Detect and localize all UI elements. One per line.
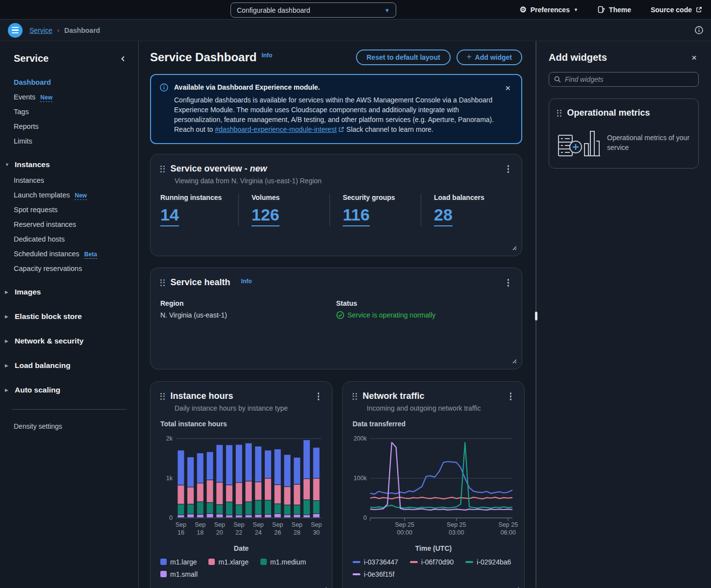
sidebar-section-auto-scaling[interactable]: ▶Auto scaling (14, 382, 127, 398)
drag-handle-icon[interactable] (160, 393, 165, 400)
stat-label: Volumes (252, 194, 330, 201)
sidebar-section-elastic-block-store[interactable]: ▶Elastic block store (14, 308, 127, 325)
sidebar-item-instances[interactable]: Instances (14, 173, 127, 188)
sidebar-item-label: Dedicated hosts (14, 235, 65, 243)
page-info-link[interactable]: Info (261, 52, 272, 59)
sidebar-item-density-settings[interactable]: Density settings (14, 422, 127, 430)
top-bar: Configurable dashboard ▼ ⚙ Preferences ▼… (0, 0, 711, 20)
external-link-icon (696, 6, 702, 13)
health-info-link[interactable]: Info (241, 278, 252, 285)
sidebar-item-spot-requests[interactable]: Spot requests (14, 202, 127, 217)
add-widgets-panel: Add widgets × Operational metrics (536, 41, 711, 588)
close-panel-button[interactable]: × (689, 52, 699, 63)
sidebar-item-launch-templates[interactable]: Launch templatesNew (14, 188, 127, 202)
sidebar-item-limits[interactable]: Limits (14, 134, 127, 148)
caret-right-icon: ▶ (5, 363, 10, 368)
sidebar-item-reserved-instances[interactable]: Reserved instances (14, 217, 127, 232)
legend-label: i-0e36f15f (364, 570, 394, 578)
gear-icon: ⚙ (519, 6, 526, 14)
breadcrumb: Service › Dashboard (0, 20, 711, 41)
new-badge: New (40, 94, 52, 102)
chevron-down-icon: ▼ (384, 7, 390, 13)
sidebar-item-dashboard[interactable]: Dashboard (14, 75, 127, 90)
widget-menu-button[interactable] (505, 163, 512, 175)
resize-handle-icon[interactable] (513, 585, 519, 588)
sidebar-section-load-balancing[interactable]: ▶Load balancing (14, 357, 127, 374)
drag-handle-icon[interactable] (160, 279, 165, 286)
collapse-sidebar-button[interactable] (120, 55, 127, 62)
chevron-down-icon: ▼ (574, 7, 578, 12)
widget-title: Service health (171, 277, 230, 288)
widget-title: Network traffic (363, 391, 425, 401)
sidebar-divider (12, 409, 127, 410)
legend-marker (260, 559, 267, 565)
sidebar-section-network-security[interactable]: ▶Network & security (14, 333, 127, 349)
stat-value-link[interactable]: 126 (252, 206, 279, 226)
widget-title: Instance hours (171, 391, 233, 401)
widget-menu-button[interactable] (507, 391, 515, 402)
side-nav-items: DashboardEventsNewTagsReportsLimits▼Inst… (14, 75, 127, 398)
resize-handle-icon[interactable] (510, 244, 517, 252)
legend-item-m1-medium[interactable]: m1.medium (260, 558, 306, 566)
legend-item-i-02924ba6[interactable]: i-02924ba6 (465, 558, 511, 566)
legend-item-i-06f70d90[interactable]: i-06f70d90 (410, 558, 454, 566)
sidebar-item-label: Instances (14, 176, 44, 184)
instance-hours-widget: Instance hours Daily instance hours by i… (150, 381, 332, 588)
stat-value-link[interactable]: 28 (434, 206, 453, 226)
beta-badge: Beta (84, 251, 97, 259)
preferences-button[interactable]: ⚙ Preferences ▼ (519, 6, 578, 14)
drag-handle-icon[interactable] (557, 110, 561, 117)
search-input[interactable] (565, 75, 693, 83)
breadcrumb-service-link[interactable]: Service (29, 26, 52, 34)
widget-menu-button[interactable] (315, 391, 323, 402)
svg-text:Sep 2506:00: Sep 2506:00 (498, 521, 518, 536)
source-code-label: Source code (651, 6, 692, 14)
resize-handle-icon[interactable] (510, 357, 517, 365)
widget-title: Service overview - new (171, 164, 267, 174)
operational-metrics-widget-card[interactable]: Operational metrics Operational metrics … (549, 98, 699, 169)
sidebar-section-label: Auto scaling (15, 386, 60, 394)
sidebar-item-scheduled-instances[interactable]: Scheduled instancesBeta (14, 246, 127, 261)
network-traffic-line-chart[interactable]: 0100k200kSep 2500:00Sep 2503:00Sep 2506:… (353, 432, 514, 543)
sidebar-item-events[interactable]: EventsNew (14, 90, 127, 104)
sidebar-item-label: Scheduled instances (14, 250, 79, 258)
source-code-link[interactable]: Source code (651, 6, 702, 14)
legend-label: i-06f70d90 (421, 558, 454, 566)
add-widget-button[interactable]: + Add widget (457, 49, 522, 65)
sidebar-item-label: Reports (14, 122, 39, 130)
legend-item-i-03736447[interactable]: i-03736447 (353, 558, 398, 566)
sidebar-item-dedicated-hosts[interactable]: Dedicated hosts (14, 232, 127, 246)
widget-menu-button[interactable] (505, 277, 512, 289)
menu-button[interactable] (8, 23, 23, 38)
dismiss-flashbar-button[interactable]: × (503, 82, 512, 94)
legend-item-m1-small[interactable]: m1.small (160, 570, 198, 578)
stat-value-link[interactable]: 116 (343, 206, 370, 226)
panel-resize-handle[interactable] (535, 312, 537, 320)
legend-label: i-02924ba6 (477, 558, 511, 566)
sidebar-item-label: Dashboard (14, 78, 51, 86)
instance-hours-bar-chart[interactable]: 01k2kSep16Sep18Sep20Sep22Sep24Sep26Sep28… (160, 432, 322, 543)
sidebar-section-instances[interactable]: ▼Instances (14, 156, 127, 173)
search-icon (554, 76, 561, 83)
reset-layout-button[interactable]: Reset to default layout (356, 49, 450, 65)
stat-value-link[interactable]: 14 (160, 206, 179, 226)
sidebar-item-capacity-reservations[interactable]: Capacity reservations (14, 261, 127, 276)
info-icon-button[interactable] (695, 26, 703, 34)
theme-button[interactable]: Theme (598, 6, 631, 14)
stat-security-groups: Security groups116 (330, 194, 421, 226)
drag-handle-icon[interactable] (160, 166, 165, 172)
svg-text:Sep 2500:00: Sep 2500:00 (395, 521, 414, 536)
status-label: Status (336, 299, 512, 307)
sidebar-item-reports[interactable]: Reports (14, 119, 127, 134)
resize-handle-icon[interactable] (321, 585, 327, 588)
legend-item-i-0e36f15f[interactable]: i-0e36f15f (353, 570, 394, 578)
dashboard-select[interactable]: Configurable dashboard ▼ (230, 2, 396, 18)
service-overview-widget: Service overview - new Viewing data from… (150, 154, 522, 256)
legend-item-m1-large[interactable]: m1.large (160, 558, 197, 566)
sidebar-item-tags[interactable]: Tags (14, 104, 127, 119)
legend-label: m1.large (170, 558, 197, 566)
sidebar-section-images[interactable]: ▶Images (14, 284, 127, 300)
legend-item-m1-xlarge[interactable]: m1.xlarge (208, 558, 248, 566)
slack-channel-link[interactable]: #dashboard-experience-module-interest (215, 125, 336, 133)
drag-handle-icon[interactable] (353, 393, 357, 400)
